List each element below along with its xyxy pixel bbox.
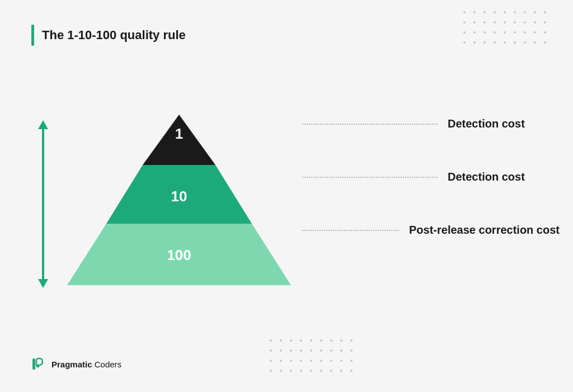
pyramid: 1 10 100 — [62, 106, 297, 291]
tier-3-label: 100 — [167, 247, 191, 263]
dashed-line-2 — [302, 177, 438, 178]
labels-container: Detection cost Detection cost Post-relea… — [302, 117, 560, 237]
page-title: The 1-10-100 quality rule — [42, 28, 186, 42]
label-1: Detection cost — [448, 117, 560, 130]
title-area: The 1-10-100 quality rule — [31, 25, 186, 46]
label-row-1: Detection cost — [302, 117, 560, 130]
dashed-line-3 — [302, 230, 399, 231]
svg-rect-0 — [32, 358, 35, 370]
label-row-2: Detection cost — [302, 171, 560, 183]
label-row-3: Post-release correction cost — [302, 224, 560, 237]
svg-rect-1 — [36, 365, 39, 367]
logo-icon — [31, 356, 47, 372]
title-bar-accent — [31, 25, 34, 46]
label-3: Post-release correction cost — [409, 224, 560, 237]
dot-grid-top: for(let i=0;i<36;i++) document.currentSc… — [463, 11, 551, 48]
arrow-line — [42, 129, 44, 279]
logo-text: Pragmatic Coders — [51, 360, 121, 369]
arrow-head-bottom — [38, 279, 48, 288]
cost-arrow — [38, 120, 48, 288]
pyramid-svg: 1 10 100 — [62, 106, 297, 291]
logo-brand2: Coders — [95, 360, 121, 369]
tier-1-label: 1 — [175, 125, 183, 142]
logo-brand: Pragmatic — [51, 360, 92, 369]
label-2: Detection cost — [448, 171, 560, 183]
tier-2-label: 10 — [171, 188, 187, 205]
dashed-line-1 — [302, 124, 438, 125]
arrow-head-top — [38, 120, 48, 129]
page: for(let i=0;i<36;i++) document.currentSc… — [0, 0, 573, 392]
logo-area: Pragmatic Coders — [31, 356, 121, 372]
dot-grid-bottom: for(let i=0;i<36;i++) document.currentSc… — [270, 339, 357, 376]
